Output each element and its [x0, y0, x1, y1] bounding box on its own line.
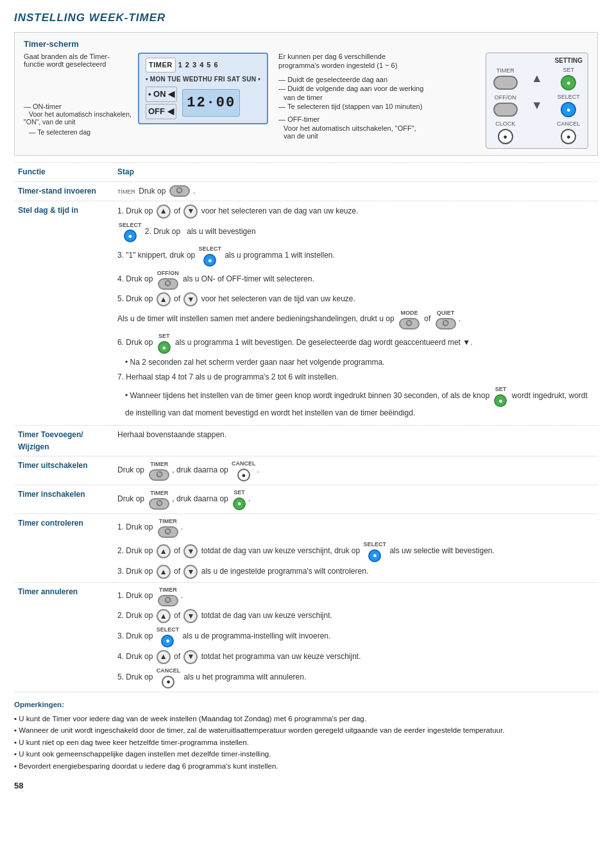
setting-panel: SETTING TIMER ▲ SET ●	[486, 53, 588, 149]
timer-badge: TIMER	[146, 58, 176, 72]
timer-btn[interactable]	[493, 76, 518, 90]
clock-btn-label: CLOCK	[495, 121, 515, 127]
up-btn6[interactable]: ▲	[157, 650, 171, 664]
timer-numbers: 1 2 3 4 5 6	[178, 59, 219, 71]
timer-btn-col[interactable]: TIMER	[493, 67, 518, 90]
select-inline-btn4[interactable]: ●	[161, 635, 174, 647]
timer-display: TIMER 1 2 3 4 5 6 • MON TUE WEDTHU FRI S…	[138, 53, 268, 124]
ann-te-selecteren-tijd: — Te selecteren tijd (stappen van 10 min…	[278, 103, 479, 110]
timer-inline-btn4[interactable]: 🔘	[158, 526, 178, 538]
on-badge: • ON ◀	[146, 87, 177, 102]
notes-title: Opmerkingen:	[14, 699, 598, 710]
on-timer-desc: Voor het automatisch inschakelen,"ON", v…	[24, 110, 132, 126]
timer-screen-section: Timer-scherm Gaat branden als de Timer- …	[14, 32, 598, 156]
table-row: Timer uitschakelen Druk op TIMER🔘, druk …	[14, 456, 598, 485]
func-inschakelen: Timer inschakelen	[14, 485, 114, 514]
up-btn[interactable]: ▲	[157, 204, 171, 219]
down-btn3[interactable]: ▼	[183, 544, 198, 558]
down-btn5[interactable]: ▼	[183, 609, 198, 623]
offon-btn[interactable]	[493, 103, 518, 117]
set-btn[interactable]: ●	[561, 75, 576, 90]
step-inschakelen: Druk op TIMER🔘, druk daarna op SET●.	[114, 485, 598, 514]
func-controleren: Timer controleren	[14, 514, 114, 583]
func-annuleren: Timer annuleren	[14, 582, 114, 692]
main-table: Functie Stap Timer-stand invoeren TIMER …	[14, 162, 598, 692]
up-btn2[interactable]: ▲	[157, 292, 171, 306]
ann-gaat-branden: Gaat branden als de Timer-	[24, 53, 132, 60]
select-inline-btn[interactable]: ●	[124, 230, 137, 242]
page-number: 58	[14, 781, 23, 790]
ann-functie: functie wordt geselecteerd	[24, 60, 132, 68]
step-annuleren: 1. Druk op TIMER🔘. 2. Druk op ▲ of ▼ tot…	[114, 582, 598, 692]
step-uitschakelen: Druk op TIMER🔘, druk daarna op CANCEL●.	[114, 456, 598, 485]
ann-er-kunnen: Er kunnen per dag 6 verschillende	[278, 53, 479, 60]
up-btn3[interactable]: ▲	[157, 544, 171, 558]
cancel-btn-col[interactable]: CANCEL ●	[557, 121, 581, 144]
on-timer-label: — ON-timer	[24, 103, 62, 110]
cancel-inline-btn[interactable]: ●	[237, 469, 250, 481]
func-toevoegen: Timer Toevoegen/Wijzigen	[14, 425, 114, 456]
down-btn4[interactable]: ▼	[183, 565, 198, 579]
setting-title: SETTING	[491, 57, 582, 64]
note-item: • Bevordert energiebesparing doordat u i…	[14, 760, 598, 772]
set-btn-col[interactable]: SET ●	[561, 67, 576, 90]
timer-inline-btn3[interactable]: 🔘	[149, 498, 169, 510]
off-badge: OFF ◀	[146, 104, 176, 119]
up-btn5[interactable]: ▲	[157, 609, 171, 623]
cancel-inline-btn2[interactable]: ●	[162, 676, 174, 689]
set-btn-label: SET	[563, 67, 575, 73]
note-item: • U kunt ook gemeenschappelijke dagen in…	[14, 748, 598, 760]
down-btn6[interactable]: ▼	[183, 650, 198, 664]
page-title: INSTELLING WEEK-TIMER	[14, 12, 598, 24]
select-btn-col[interactable]: SELECT ●	[557, 94, 580, 117]
ann-programmas: programma's worden ingesteld (1 ~ 6)	[278, 62, 479, 69]
table-row: Timer inschakelen Druk op TIMER🔘, druk d…	[14, 485, 598, 514]
timer-btn-label: TIMER	[497, 67, 514, 74]
clock-btn-col[interactable]: CLOCK ●	[495, 121, 515, 144]
ann-off-timer: — OFF-timer	[278, 115, 479, 123]
mode-btn[interactable]: 🔘	[399, 318, 420, 330]
cancel-btn-label: CANCEL	[557, 121, 581, 127]
note-item: • U kunt de Timer voor iedere dag van de…	[14, 713, 598, 724]
note-item: • Wanneer de unit wordt ingeschakeld doo…	[14, 724, 598, 736]
ann-van-de-timer: van de timer	[278, 94, 479, 101]
down-btn[interactable]: ▼	[183, 204, 198, 219]
set-inline-btn2[interactable]: ●	[494, 394, 507, 407]
table-row: Timer-stand invoeren TIMER Druk op 🔘 .	[14, 181, 598, 201]
ann-volgende-dag: — Duidt de volgende dag aan voor de werk…	[278, 85, 479, 92]
set-inline-btn3[interactable]: ●	[233, 497, 246, 510]
offon-btn-col[interactable]: OFF/ON	[493, 94, 518, 117]
timer-inline-btn5[interactable]: 🔘	[158, 595, 178, 606]
func-timer-invoeren: Timer-stand invoeren	[14, 181, 114, 201]
offon-inline-btn[interactable]: 🔘	[158, 278, 178, 290]
notes-section: Opmerkingen: • U kunt de Timer voor iede…	[14, 699, 598, 772]
func-dag-tijd: Stel dag & tijd in	[14, 201, 114, 425]
table-row: Stel dag & tijd in 1. Druk op ▲ of ▼ voo…	[14, 201, 598, 425]
table-row: Timer controleren 1. Druk op TIMER🔘. 2. …	[14, 514, 598, 583]
down-btn2[interactable]: ▼	[183, 292, 198, 306]
table-row: Timer annuleren 1. Druk op TIMER🔘. 2. Dr…	[14, 582, 598, 692]
select-inline-btn3[interactable]: ●	[368, 549, 381, 562]
col2-header: Stap	[114, 163, 598, 182]
timer-inline-btn[interactable]: 🔘	[169, 185, 190, 197]
func-uitschakelen: Timer uitschakelen	[14, 456, 114, 485]
clock-btn[interactable]: ●	[498, 129, 513, 144]
table-header-row: Functie Stap	[14, 163, 598, 182]
timer-inline-btn2[interactable]: 🔘	[149, 469, 169, 481]
col1-header: Functie	[14, 163, 114, 182]
step-dag-tijd: 1. Druk op ▲ of ▼ voor het selecteren va…	[114, 201, 598, 425]
timer-screen-label: Timer-scherm	[24, 39, 588, 49]
set-inline-btn[interactable]: ●	[158, 341, 171, 354]
step-controleren: 1. Druk op TIMER🔘. 2. Druk op ▲ of ▼ tot…	[114, 514, 598, 583]
table-row: Timer Toevoegen/Wijzigen Herhaal bovenst…	[14, 425, 598, 456]
cancel-btn[interactable]: ●	[561, 129, 576, 144]
up-btn4[interactable]: ▲	[157, 565, 171, 579]
quiet-btn[interactable]: 🔘	[436, 318, 456, 330]
select-btn[interactable]: ●	[561, 102, 576, 117]
te-selecteren-dag: — Te selecteren dag	[29, 128, 90, 136]
day-display: • MON TUE WEDTHU FRI SAT SUN •	[146, 74, 260, 85]
step-timer-invoeren: TIMER Druk op 🔘 .	[114, 181, 598, 201]
offon-btn-label: OFF/ON	[495, 94, 516, 101]
time-display: 12·00	[182, 89, 240, 117]
select-inline-btn2[interactable]: ●	[203, 254, 216, 267]
